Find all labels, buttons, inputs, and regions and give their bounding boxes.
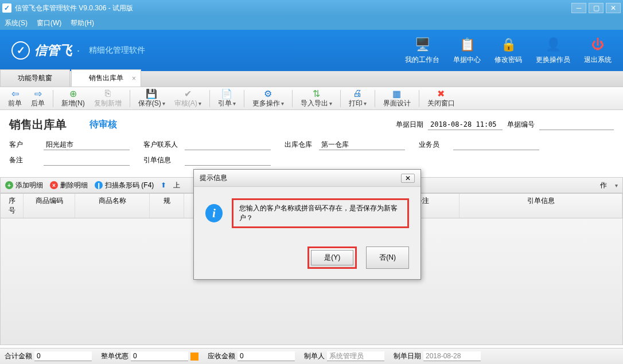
- dialog-title: 提示信息: [200, 173, 401, 183]
- dialog-message: 您输入的客户名称或拼音码不存在，是否保存为新客户？: [239, 204, 398, 222]
- dialog-overlay: 提示信息 ✕ i 您输入的客户名称或拼音码不存在，是否保存为新客户？ 是(Y) …: [0, 0, 623, 364]
- info-icon: i: [205, 204, 223, 222]
- confirm-dialog: 提示信息 ✕ i 您输入的客户名称或拼音码不存在，是否保存为新客户？ 是(Y) …: [193, 169, 421, 280]
- yes-button-highlight: 是(Y): [307, 246, 357, 269]
- yes-button[interactable]: 是(Y): [311, 250, 353, 265]
- dialog-close-button[interactable]: ✕: [401, 174, 415, 183]
- no-button[interactable]: 否(N): [366, 246, 409, 269]
